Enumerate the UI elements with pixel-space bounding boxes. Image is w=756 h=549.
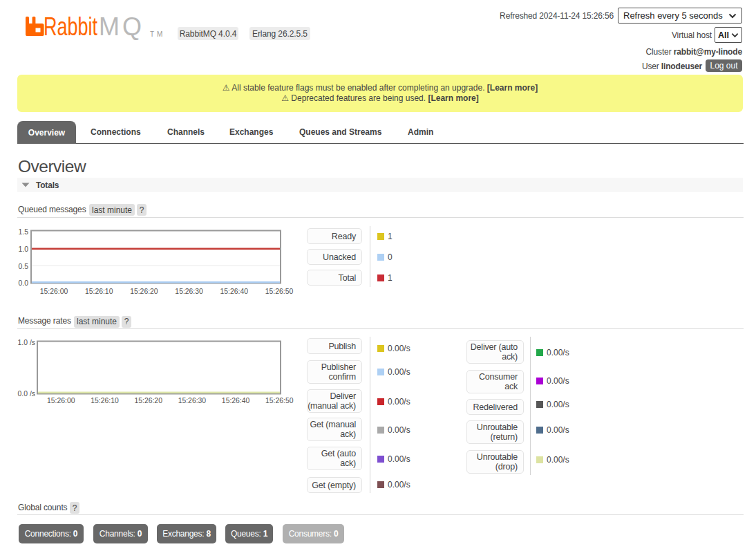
svg-text:0.0: 0.0 xyxy=(19,279,29,287)
svg-text:15:26:40: 15:26:40 xyxy=(220,288,249,295)
svg-text:15:26:30: 15:26:30 xyxy=(175,288,203,295)
svg-text:0.5: 0.5 xyxy=(19,263,29,270)
svg-text:15:26:10: 15:26:10 xyxy=(91,397,119,404)
svg-text:15:26:50: 15:26:50 xyxy=(265,397,294,404)
svg-text:15:26:10: 15:26:10 xyxy=(85,288,113,295)
svg-text:15:26:50: 15:26:50 xyxy=(265,288,294,295)
svg-text:15:26:30: 15:26:30 xyxy=(178,397,207,404)
svg-text:1.0: 1.0 xyxy=(19,245,29,253)
svg-text:15:26:00: 15:26:00 xyxy=(47,397,75,404)
svg-text:15:26:40: 15:26:40 xyxy=(222,397,250,404)
svg-text:1.5: 1.5 xyxy=(19,228,29,236)
svg-text:15:26:20: 15:26:20 xyxy=(130,288,158,295)
svg-text:0.0 /s: 0.0 /s xyxy=(18,390,35,398)
svg-text:15:26:00: 15:26:00 xyxy=(40,288,68,295)
svg-text:15:26:20: 15:26:20 xyxy=(134,397,162,404)
svg-text:1.0 /s: 1.0 /s xyxy=(18,339,35,346)
